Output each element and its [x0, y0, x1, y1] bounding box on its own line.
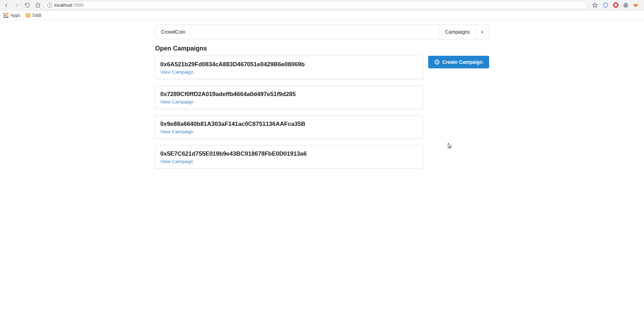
campaign-card: 0x9e88a6640b81A303aF141ac0C8751136AAFca3… [155, 115, 424, 139]
view-campaign-link[interactable]: View Campaign [160, 99, 193, 104]
page-title: Open Campaigns [155, 45, 489, 52]
view-campaign-link[interactable]: View Campaign [160, 69, 193, 75]
shield-extension-icon[interactable] [603, 2, 608, 8]
campaign-card: 0x7289Cf0ffD2A019adeffb4664a0d497e51f9d2… [155, 86, 424, 109]
view-campaign-link[interactable]: View Campaign [160, 129, 193, 134]
campaign-address: 0x5E7C621d755E019b9e43BC918678FbE0D01913… [160, 150, 418, 157]
home-icon[interactable] [35, 2, 41, 8]
site-info-icon[interactable]: i [47, 3, 52, 8]
reload-icon[interactable] [25, 2, 30, 8]
svg-marker-1 [634, 3, 638, 7]
plus-circle-icon: + [434, 60, 439, 65]
view-campaign-link[interactable]: View Campaign [160, 159, 193, 164]
metamask-extension-icon[interactable] [633, 3, 638, 8]
create-campaign-label: Create Campaign [442, 59, 482, 65]
campaign-address: 0x7289Cf0ffD2A019adeffb4664a0d497e51f9d2… [160, 91, 418, 98]
apps-grid-icon [4, 13, 8, 18]
campaign-card: 0x5E7C621d755E019b9e43BC918678FbE0D01913… [155, 145, 424, 169]
svg-marker-0 [592, 3, 597, 7]
page-container: CrowdCoin Campaigns + Open Campaigns 0x6… [155, 25, 489, 189]
browser-right-icons [592, 2, 642, 8]
main-layout: 0x6A521b29Fd0834cA883D467051e0429B6e0806… [155, 56, 489, 175]
top-menu: CrowdCoin Campaigns + [155, 25, 489, 39]
url-text: localhost:3000 [54, 2, 84, 8]
campaign-card: 0x6A521b29Fd0834cA883D467051e0429B6e0806… [155, 56, 424, 79]
new-campaign-plus[interactable]: + [476, 25, 488, 39]
opera-extension-icon[interactable] [613, 2, 618, 8]
url-port: :3000 [72, 2, 84, 8]
bookmarks-bar: Apps D&B [0, 11, 644, 20]
back-icon[interactable] [4, 2, 9, 8]
campaign-address: 0x9e88a6640b81A303aF141ac0C8751136AAFca3… [160, 121, 418, 128]
create-campaign-button[interactable]: + Create Campaign [428, 56, 489, 68]
url-host: localhost [54, 2, 72, 8]
campaigns-link[interactable]: Campaigns [439, 25, 476, 39]
campaign-list: 0x6A521b29Fd0834cA883D467051e0429B6e0806… [155, 56, 424, 175]
browser-nav-group [2, 2, 41, 8]
apps-shortcut[interactable]: Apps [4, 13, 21, 18]
apps-label: Apps [11, 13, 21, 18]
browser-toolbar: i localhost:3000 [0, 0, 644, 11]
forward-icon[interactable] [14, 2, 20, 8]
brand-link[interactable]: CrowdCoin [156, 25, 191, 39]
grey-extension-icon[interactable] [623, 3, 628, 8]
menu-spacer [191, 25, 440, 39]
bookmark-folder-dnb[interactable]: D&B [26, 13, 42, 18]
address-bar[interactable]: i localhost:3000 [44, 1, 587, 9]
folder-icon [26, 13, 30, 18]
bookmark-star-icon[interactable] [592, 2, 598, 8]
campaign-address: 0x6A521b29Fd0834cA883D467051e0429B6e0806… [160, 61, 418, 68]
bookmark-folder-label: D&B [33, 13, 42, 18]
side-actions: + Create Campaign [428, 56, 489, 68]
